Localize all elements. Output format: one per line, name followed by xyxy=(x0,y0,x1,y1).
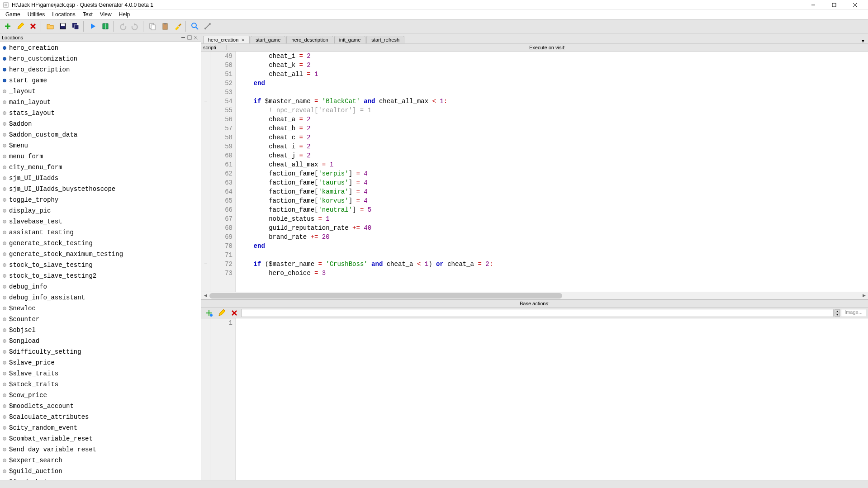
location-item[interactable]: _layout xyxy=(0,86,201,97)
location-item[interactable]: menu_form xyxy=(0,151,201,162)
location-item[interactable]: stats_layout xyxy=(0,108,201,118)
folder-open-icon[interactable] xyxy=(44,20,56,32)
location-item[interactable]: assistant_testing xyxy=(0,227,201,238)
action-code-editor[interactable]: 1 xyxy=(201,318,868,480)
pencil-icon[interactable] xyxy=(14,20,26,32)
book-icon[interactable] xyxy=(100,20,111,32)
x-icon[interactable] xyxy=(27,20,39,32)
add-action-button[interactable] xyxy=(203,307,215,319)
tab-close-icon[interactable]: ✕ xyxy=(241,38,245,43)
close-button[interactable] xyxy=(844,0,865,10)
location-item[interactable]: $guild_auction xyxy=(0,466,201,477)
location-item[interactable]: $city_random_event xyxy=(0,422,201,433)
tabs-dropdown-icon[interactable]: ▼ xyxy=(860,39,866,43)
tab-start-game[interactable]: start_game xyxy=(251,36,285,43)
svg-rect-3 xyxy=(832,3,836,7)
redo-icon[interactable] xyxy=(129,20,141,32)
location-item[interactable]: generate_stock_maximum_testing xyxy=(0,249,201,260)
delete-action-button[interactable] xyxy=(228,307,240,319)
action-code-content[interactable] xyxy=(236,318,868,480)
location-icon xyxy=(3,144,6,147)
menu-locations[interactable]: Locations xyxy=(48,10,79,19)
location-item[interactable]: hero_customization xyxy=(0,53,201,64)
fold-toggle-icon[interactable]: − xyxy=(201,97,210,106)
panel-min-icon[interactable] xyxy=(180,34,186,41)
maximize-button[interactable] xyxy=(824,0,844,10)
location-item[interactable]: $expert_search xyxy=(0,455,201,466)
locations-list[interactable]: hero_creationhero_customizationhero_desc… xyxy=(0,42,201,480)
tools-icon[interactable] xyxy=(202,20,213,32)
location-item[interactable]: display_pic xyxy=(0,205,201,216)
minimize-button[interactable] xyxy=(803,0,824,10)
location-item[interactable]: $stock_traits xyxy=(0,379,201,390)
edit-action-button[interactable] xyxy=(216,307,228,319)
scroll-left-icon[interactable]: ◀ xyxy=(202,293,209,298)
horizontal-scrollbar[interactable]: ◀ ▶ xyxy=(201,292,868,299)
location-item[interactable]: $addon xyxy=(0,118,201,129)
location-item[interactable]: $food_choice xyxy=(0,477,201,480)
tab-init-game[interactable]: init_game xyxy=(334,36,366,43)
location-item[interactable]: $slave_price xyxy=(0,357,201,368)
location-item[interactable]: sjm_UI_UIadds_buystethoscope xyxy=(0,184,201,194)
copy-icon[interactable] xyxy=(147,20,158,32)
location-item[interactable]: $menu xyxy=(0,140,201,151)
tab-start-refresh[interactable]: start_refresh xyxy=(366,36,404,43)
location-item[interactable]: $calculate_attributes xyxy=(0,412,201,422)
save-icon[interactable] xyxy=(57,20,69,32)
location-item[interactable]: toggle_trophy xyxy=(0,194,201,205)
search-icon[interactable] xyxy=(189,20,201,32)
location-item[interactable]: $slave_traits xyxy=(0,368,201,379)
save-as-icon[interactable] xyxy=(70,20,81,32)
location-item[interactable]: $ongload xyxy=(0,336,201,346)
scroll-thumb[interactable] xyxy=(209,293,562,298)
menu-text[interactable]: Text xyxy=(79,10,96,19)
location-item[interactable]: hero_creation xyxy=(0,43,201,53)
location-item[interactable]: $cow_price xyxy=(0,390,201,401)
menu-utilities[interactable]: Utilities xyxy=(24,10,49,19)
menu-view[interactable]: View xyxy=(96,10,115,19)
location-item[interactable]: $difficulty_setting xyxy=(0,346,201,357)
location-item[interactable]: hero_description xyxy=(0,64,201,75)
action-spinner[interactable]: ▲▼ xyxy=(835,309,840,317)
code-editor[interactable]: −− 4950515253545556575859606162636465666… xyxy=(201,52,868,292)
panel-close-icon[interactable] xyxy=(193,34,199,41)
brush-icon[interactable] xyxy=(172,20,184,32)
location-item[interactable]: $addon_custom_data xyxy=(0,129,201,140)
location-item[interactable]: $objsel xyxy=(0,325,201,336)
svg-point-21 xyxy=(210,314,213,317)
tab-hero-creation[interactable]: hero_creation✕ xyxy=(203,36,250,43)
location-item[interactable]: stock_to_slave_testing xyxy=(0,260,201,270)
play-icon[interactable] xyxy=(87,20,99,32)
menu-help[interactable]: Help xyxy=(115,10,134,19)
location-item[interactable]: slavebase_test xyxy=(0,216,201,227)
location-item[interactable]: $moodlets_account xyxy=(0,401,201,412)
location-item[interactable]: generate_stock_testing xyxy=(0,238,201,249)
fold-toggle-icon[interactable]: − xyxy=(201,260,210,269)
code-content[interactable]: cheat_i = 2 cheat_k = 2 cheat_all = 1 en… xyxy=(236,52,868,292)
location-item[interactable]: city_menu_form xyxy=(0,162,201,173)
location-item[interactable]: $newloc xyxy=(0,303,201,314)
location-label: $combat_variable_reset xyxy=(9,434,93,443)
tab-hero-description[interactable]: hero_description xyxy=(286,36,333,43)
action-name-field[interactable] xyxy=(241,309,834,317)
plus-icon[interactable] xyxy=(2,20,14,32)
location-item[interactable]: debug_info xyxy=(0,281,201,292)
image-button[interactable]: Image... xyxy=(841,309,866,317)
paste-icon[interactable] xyxy=(159,20,171,32)
fold-gutter[interactable]: −− xyxy=(201,52,210,292)
undo-icon[interactable] xyxy=(117,20,128,32)
location-label: menu_form xyxy=(9,152,43,161)
location-label: $newloc xyxy=(9,304,36,313)
location-item[interactable]: stock_to_slave_testing2 xyxy=(0,270,201,281)
location-item[interactable]: sjm_UI_UIadds xyxy=(0,173,201,184)
location-item[interactable]: $end_day_variable_reset xyxy=(0,444,201,455)
menu-game[interactable]: Game xyxy=(2,10,24,19)
panel-max-icon[interactable] xyxy=(186,34,193,41)
location-item[interactable]: start_game xyxy=(0,75,201,86)
location-item[interactable]: debug_info_assistant xyxy=(0,292,201,303)
location-item[interactable]: $combat_variable_reset xyxy=(0,433,201,444)
location-item[interactable]: main_layout xyxy=(0,97,201,108)
location-item[interactable]: $counter xyxy=(0,314,201,325)
scroll-right-icon[interactable]: ▶ xyxy=(861,293,867,298)
svg-rect-9 xyxy=(74,25,79,29)
